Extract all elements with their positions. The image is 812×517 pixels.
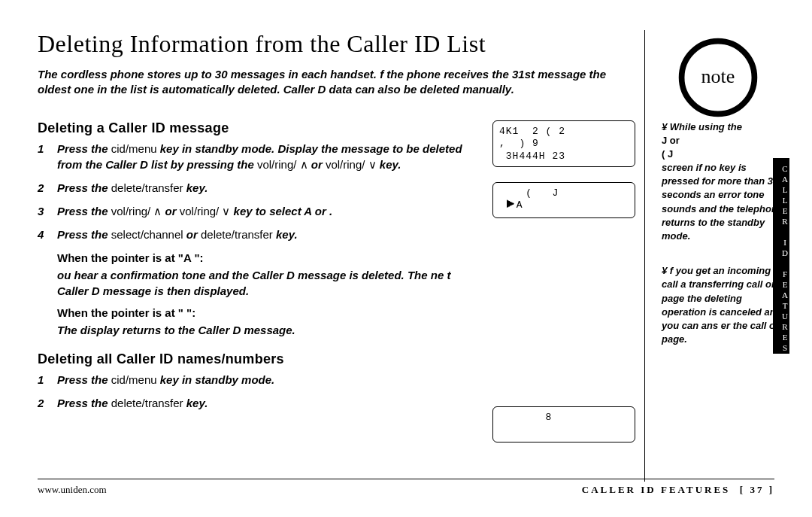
note-line: ( J bbox=[662, 147, 786, 161]
note-line: ¥ f you get an incoming call a transferr… bbox=[662, 264, 786, 346]
when-no-block: When the pointer is at " ": The display … bbox=[38, 305, 474, 338]
text: key. bbox=[186, 181, 208, 194]
footer-section: CALLER ID FEATURES [ 37 ] bbox=[582, 484, 774, 496]
sidebar-note-2: ¥ f you get an incoming call a transferr… bbox=[662, 264, 786, 346]
key-select-channel: select/channel bbox=[108, 228, 186, 241]
sidebar-note-1: ¥ While using the J or ( J screen if no … bbox=[662, 120, 786, 244]
section1-step1: 1 Press the cid/menu key in standby mode… bbox=[38, 141, 474, 172]
key-delete-transfer: delete/transfer bbox=[108, 181, 186, 194]
text: or bbox=[186, 228, 198, 241]
note-label: note bbox=[701, 65, 735, 88]
text: Press the bbox=[57, 142, 108, 155]
intro-paragraph: The cordless phone stores up to 30 messa… bbox=[38, 67, 632, 98]
key-vol-up: vol/ring/ ∧ bbox=[108, 205, 165, 217]
text: Press the bbox=[57, 373, 108, 386]
section1-step3: 3 Press the vol/ring/ ∧ or vol/ring/ ∨ k… bbox=[38, 203, 474, 219]
key-delete-transfer: delete/transfer bbox=[198, 228, 276, 241]
key-vol-down: vol/ring/ ∨ bbox=[323, 158, 380, 171]
key-vol-up: vol/ring/ ∧ bbox=[254, 158, 311, 171]
text: Press the bbox=[57, 205, 108, 217]
page-title: Deleting Information from the Caller ID … bbox=[38, 30, 774, 58]
text: key. bbox=[380, 158, 401, 171]
section1-step4: 4 Press the select/channel or delete/tra… bbox=[38, 227, 474, 242]
when-yes-block: When the pointer is at "A ": ou hear a c… bbox=[38, 250, 474, 299]
text: Press the bbox=[57, 181, 108, 194]
side-tab: CALLER ID FEATURES bbox=[773, 158, 789, 354]
text: key. bbox=[186, 397, 208, 409]
text: Press the bbox=[57, 228, 108, 241]
text: key to select A or . bbox=[234, 205, 332, 217]
note-line: screen if no key is pressed for more tha… bbox=[662, 161, 786, 243]
text: Press the bbox=[57, 397, 108, 409]
when-yes-body: ou hear a confirmation tone and the Call… bbox=[57, 269, 450, 297]
text: or bbox=[165, 205, 177, 217]
section2-step1: 1 Press the cid/menu key in standby mode… bbox=[38, 372, 474, 388]
text: key. bbox=[276, 228, 298, 241]
section2-step2: 2 Press the delete/transfer key. bbox=[38, 395, 474, 411]
key-cid-menu: cid/menu bbox=[108, 142, 160, 155]
footer-page-number: [ 37 ] bbox=[740, 484, 774, 495]
text: or bbox=[311, 158, 323, 171]
vertical-divider bbox=[644, 30, 645, 482]
footer-url: www.uniden.com bbox=[38, 484, 107, 496]
key-delete-transfer: delete/transfer bbox=[108, 397, 186, 409]
key-vol-down: vol/ring/ ∨ bbox=[177, 205, 234, 217]
when-yes-label: When the pointer is at "A ": bbox=[57, 250, 474, 266]
note-line: J or bbox=[662, 134, 786, 147]
note-icon: note bbox=[677, 36, 759, 119]
footer-section-label: CALLER ID FEATURES bbox=[582, 484, 731, 495]
when-no-label: When the pointer is at " ": bbox=[57, 305, 474, 321]
section2-heading: Deleting all Caller ID names/numbers bbox=[38, 351, 474, 367]
page-footer: www.uniden.com CALLER ID FEATURES [ 37 ] bbox=[38, 479, 774, 496]
lcd-screen-1: 4K1 2 ( 2 , ) 9 3H444H 23 bbox=[492, 120, 635, 167]
note-line: ¥ While using the bbox=[662, 120, 786, 134]
section1-step2: 2 Press the delete/transfer key. bbox=[38, 180, 474, 196]
lcd-screen-2: ( J ⯈A bbox=[492, 182, 635, 218]
lcd-screen-3: 8 bbox=[492, 406, 635, 442]
section1-heading: Deleting a Caller ID message bbox=[38, 120, 474, 136]
key-cid-menu: cid/menu bbox=[108, 373, 160, 386]
text: key in standby mode. bbox=[160, 373, 275, 386]
when-no-body: The display returns to the Caller D mess… bbox=[57, 324, 295, 336]
